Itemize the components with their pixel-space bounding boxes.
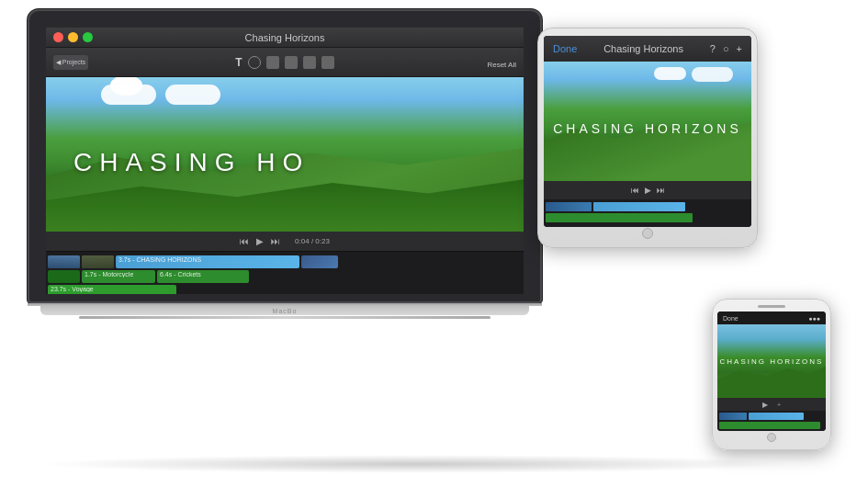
ipad-device: Done Chasing Horizons ? ○ + xyxy=(537,28,758,248)
speed-tool-icon[interactable] xyxy=(303,56,316,69)
macbook-screen-outer: Chasing Horizons ◀ Projects T xyxy=(28,9,542,303)
iphone-done-label[interactable]: Done xyxy=(723,315,738,322)
macbook-base: MacBo xyxy=(28,303,542,319)
close-button[interactable] xyxy=(53,32,63,42)
left-toolbar: ◀ Projects xyxy=(53,55,88,70)
iphone-timeline: ▶ + xyxy=(717,398,826,431)
timeline-controls: ⏮ ▶ ⏭ 0:04 / 0:23 xyxy=(46,232,524,252)
clouds xyxy=(101,85,220,105)
audio-clip-2[interactable]: 6.4s - Crickets xyxy=(157,270,249,283)
audio-clip-3-label: 23.7s - Voyage xyxy=(51,286,94,292)
video-clip-2[interactable] xyxy=(82,255,114,268)
iphone-tl-tracks xyxy=(717,411,826,431)
ipad-rewind-btn[interactable]: ⏮ xyxy=(631,186,639,195)
ipad-tl-tracks xyxy=(544,199,751,227)
ipad-video-track xyxy=(546,202,750,211)
play-button[interactable]: ▶ xyxy=(256,236,264,246)
titlebar-buttons xyxy=(53,32,93,42)
macbook-stand: MacBo xyxy=(40,306,529,315)
ipad-forward-btn[interactable]: ⏭ xyxy=(657,186,665,195)
forward-button[interactable]: ⏭ xyxy=(271,236,280,246)
crop-tool-icon[interactable] xyxy=(266,56,279,69)
iphone-speaker xyxy=(758,305,785,308)
iphone-home-circle xyxy=(767,433,776,442)
cloud-2 xyxy=(165,85,220,105)
right-toolbar: Reset All xyxy=(487,54,516,71)
ipad-screen: Done Chasing Horizons ? ○ + xyxy=(544,36,751,227)
macbook-foot xyxy=(79,316,490,319)
main-scene: Chasing Horizons ◀ Projects T xyxy=(0,0,868,487)
filter-tool-icon[interactable] xyxy=(285,56,298,69)
iphone-video-clip-1[interactable] xyxy=(719,413,747,420)
macbook-device: Chasing Horizons ◀ Projects T xyxy=(28,9,542,319)
video-clip-main[interactable]: 3.7s - CHASING HORIZONS xyxy=(116,255,299,268)
iphone-outer: Done ●●● CHASING HORIZONS ▶ + xyxy=(712,299,831,450)
audio-clip-1[interactable]: 1.7s - Motorcycle xyxy=(82,270,155,283)
timeline-tracks: 3.7s - CHASING HORIZONS 1.7s - Motorcycl… xyxy=(46,252,524,294)
iphone-status-icons: ●●● xyxy=(808,315,820,322)
iphone-tl-controls: ▶ + xyxy=(717,398,826,411)
ipad-outer: Done Chasing Horizons ? ○ + xyxy=(537,28,758,248)
ipad-audio-clip[interactable] xyxy=(546,213,693,222)
ipad-video-clip-main[interactable] xyxy=(593,202,685,211)
window-title: Chasing Horizons xyxy=(245,32,325,43)
clip-thumbnail-1 xyxy=(48,255,80,268)
center-toolbar: T xyxy=(235,56,333,69)
iphone-preview: CHASING HORIZONS xyxy=(717,324,826,398)
iphone-preview-title: CHASING HORIZONS xyxy=(717,357,826,366)
ipad-add-button[interactable]: + xyxy=(737,43,742,54)
clip-thumbnail-2 xyxy=(82,255,114,268)
text-tool-icon[interactable]: T xyxy=(235,56,242,69)
ipad-done-button[interactable]: Done xyxy=(553,43,577,54)
audio-clip-1-label: 1.7s - Motorcycle xyxy=(85,271,133,277)
timecode: 0:04 / 0:23 xyxy=(295,237,330,245)
maximize-button[interactable] xyxy=(83,32,93,42)
macbook-brand-label: MacBo xyxy=(40,306,529,314)
ipad-app-bar: Done Chasing Horizons ? ○ + xyxy=(544,36,751,62)
iphone-add-btn[interactable]: + xyxy=(777,401,782,409)
audio-track-1-row: 1.7s - Motorcycle 6.4s - Crickets xyxy=(48,270,522,283)
ipad-preview: CHASING HORIZONS xyxy=(544,62,751,181)
reset-all-button[interactable]: Reset All xyxy=(487,61,516,69)
audio-clip-2-label: 6.4s - Crickets xyxy=(160,271,201,277)
imovie-preview: CHASING HO xyxy=(46,77,524,232)
video-clip-3[interactable] xyxy=(301,255,338,268)
ipad-help-button[interactable]: ? xyxy=(710,43,716,54)
iphone-home-button[interactable] xyxy=(717,431,826,444)
ipad-cloud-2 xyxy=(692,67,733,82)
projects-label: ◀ Projects xyxy=(56,59,85,66)
device-shadow xyxy=(37,455,795,473)
clip-main-label: 3.7s - CHASING HORIZONS xyxy=(118,256,201,263)
ipad-home-circle xyxy=(642,228,653,239)
ipad-actions: ? ○ + xyxy=(710,43,742,54)
minimize-button[interactable] xyxy=(68,32,78,42)
iphone-status-bar: Done ●●● xyxy=(717,311,826,324)
iphone-device: Done ●●● CHASING HORIZONS ▶ + xyxy=(712,299,831,450)
iphone-audio-track xyxy=(719,422,824,429)
ipad-preview-title: CHASING HORIZONS xyxy=(544,121,751,136)
ipad-share-button[interactable]: ○ xyxy=(723,43,729,54)
audio-clip-3[interactable]: 23.7s - Voyage xyxy=(48,285,176,294)
iphone-audio-clip[interactable] xyxy=(719,422,820,429)
iphone-video-clip-main[interactable] xyxy=(749,413,804,420)
imovie-timeline: ⏮ ▶ ⏭ 0:04 / 0:23 xyxy=(46,232,524,294)
ipad-play-btn[interactable]: ▶ xyxy=(645,186,651,195)
audio-tool-icon[interactable] xyxy=(321,56,334,69)
ipad-timeline: ⏮ ▶ ⏭ xyxy=(544,181,751,227)
iphone-screen: Done ●●● CHASING HORIZONS ▶ + xyxy=(717,311,826,431)
preview-title: CHASING HO xyxy=(46,148,524,177)
ipad-title: Chasing Horizons xyxy=(603,43,683,54)
ipad-audio-track xyxy=(546,213,750,222)
ipad-home-button[interactable] xyxy=(544,227,751,240)
projects-button[interactable]: ◀ Projects xyxy=(53,55,88,70)
macbook-screen: Chasing Horizons ◀ Projects T xyxy=(46,28,524,294)
color-tool-icon[interactable] xyxy=(248,56,261,69)
imovie-toolbar: ◀ Projects T Reset All xyxy=(46,48,524,77)
rewind-button[interactable]: ⏮ xyxy=(240,236,249,246)
imovie-titlebar: Chasing Horizons xyxy=(46,28,524,48)
video-clip-1[interactable] xyxy=(48,255,80,268)
ipad-video-clip-1[interactable] xyxy=(546,202,592,211)
iphone-play-btn[interactable]: ▶ xyxy=(762,401,768,409)
iphone-video-track xyxy=(719,413,824,420)
video-track-row: 3.7s - CHASING HORIZONS xyxy=(48,255,522,268)
